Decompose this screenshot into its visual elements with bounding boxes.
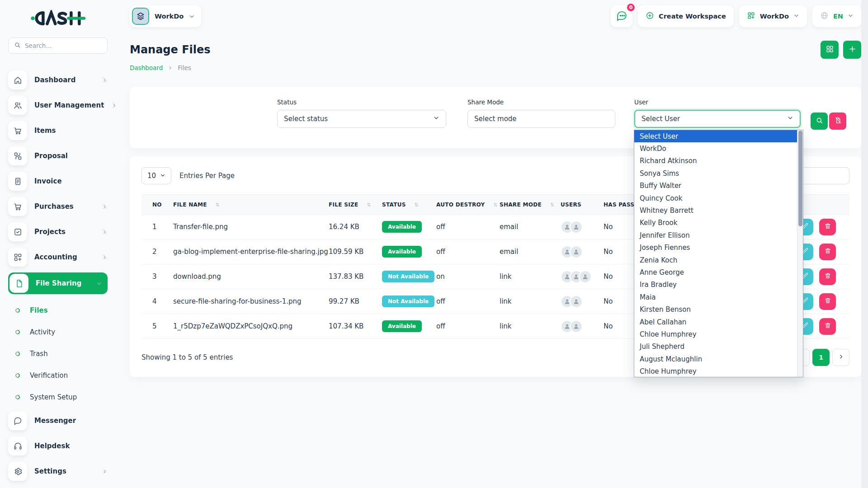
pagination-next-button[interactable]	[832, 349, 849, 366]
cell-users	[561, 289, 604, 314]
grid-view-button[interactable]	[821, 41, 839, 59]
chevron-right-icon	[111, 103, 117, 108]
sort-icon[interactable]: ⇅	[550, 202, 554, 208]
cell-no: 1	[142, 215, 173, 239]
sidebar: Search... Dashboard User Management Item…	[0, 0, 116, 488]
sidebar-item-projects[interactable]: Projects	[8, 222, 108, 242]
user-option[interactable]: Whitney Barrett	[634, 204, 797, 216]
sidebar-item-helpdesk[interactable]: Helpdesk	[8, 436, 108, 456]
sidebar-item-settings[interactable]: Settings	[8, 461, 108, 481]
apply-filter-button[interactable]	[811, 113, 828, 130]
workspace-logo-icon	[132, 8, 149, 25]
cell-status: Available	[382, 239, 436, 264]
create-workspace-button[interactable]: Create Workspace	[638, 5, 734, 27]
sidebar-item-file-sharing[interactable]: File Sharing	[8, 272, 108, 294]
column-header-share-mode[interactable]: SHARE MODE ⇅	[500, 195, 561, 215]
status-filter-value: Select status	[284, 115, 328, 123]
chevron-down-icon	[793, 13, 799, 20]
user-option[interactable]: Buffy Walter	[634, 180, 797, 192]
submenu-item-system-setup[interactable]: System Setup	[15, 386, 108, 408]
sidebar-item-dashboard[interactable]: Dashboard	[8, 70, 108, 90]
share-mode-filter-select[interactable]: Select mode	[467, 110, 615, 128]
submenu-item-trash[interactable]: Trash	[15, 343, 108, 365]
cell-file-size: 16.24 KB	[329, 215, 382, 239]
user-filter-select[interactable]: Select User	[634, 110, 801, 128]
sort-icon[interactable]: ⇅	[493, 202, 498, 208]
submenu-item-files[interactable]: Files	[15, 300, 108, 321]
user-option[interactable]: Select User	[634, 130, 797, 142]
user-option[interactable]: Juli Shepherd	[634, 341, 797, 353]
user-option[interactable]: Richard Atkinson	[634, 155, 797, 167]
grid-icon	[826, 45, 834, 55]
sort-icon[interactable]: ⇅	[215, 202, 220, 208]
column-header-file-size[interactable]: FILE SIZE ⇅	[329, 195, 382, 215]
chevron-right-icon	[102, 77, 108, 83]
column-header-file-name[interactable]: FILE NAME ⇅	[173, 195, 329, 215]
dropdown-scrollbar-thumb[interactable]	[798, 131, 802, 226]
trash-icon	[824, 247, 831, 256]
pagination-page-1[interactable]: 1	[812, 349, 830, 366]
chat-bubble-icon	[616, 10, 627, 23]
sidebar-item-proposal[interactable]: Proposal	[8, 146, 108, 166]
status-filter-select[interactable]: Select status	[277, 110, 446, 128]
language-selector[interactable]: EN	[812, 5, 861, 27]
sidebar-item-messenger[interactable]: Messenger	[8, 411, 108, 431]
user-avatar	[570, 295, 583, 308]
sort-icon[interactable]: ⇅	[367, 202, 371, 208]
reset-filter-button[interactable]	[829, 113, 846, 130]
user-option[interactable]: Joseph Fiennes	[634, 242, 797, 254]
user-option[interactable]: Maia	[634, 291, 797, 303]
user-option[interactable]: Chloe Humphrey	[634, 328, 797, 340]
column-header-status[interactable]: STATUS ⇅	[382, 195, 436, 215]
brand-logo[interactable]	[30, 10, 108, 28]
sidebar-item-label: Helpdesk	[34, 442, 108, 450]
page-scrollbar[interactable]	[861, 0, 868, 488]
user-option[interactable]: WorkDo	[634, 142, 797, 155]
submenu-item-activity[interactable]: Activity	[15, 321, 108, 343]
delete-file-button[interactable]	[819, 244, 836, 260]
user-option[interactable]: Sonya Sims	[634, 167, 797, 179]
entries-per-page-label: Entries Per Page	[179, 172, 235, 180]
sort-icon[interactable]: ⇅	[414, 202, 419, 208]
user-option[interactable]: Abel Callahan	[634, 316, 797, 328]
breadcrumb-dashboard-link[interactable]: Dashboard	[130, 64, 163, 71]
submenu-item-verification[interactable]: Verification	[15, 365, 108, 386]
workspace-menu-button[interactable]: WorkDo	[739, 5, 807, 27]
sidebar-item-user-management[interactable]: User Management	[8, 95, 108, 115]
add-file-button[interactable]	[843, 41, 861, 59]
delete-file-button[interactable]	[819, 268, 836, 285]
user-option[interactable]: Kelly Brook	[634, 217, 797, 229]
workspace-chip[interactable]: WorkDo	[130, 5, 201, 27]
cell-auto-destroy: off	[436, 239, 500, 264]
user-option[interactable]: Kirsten Benson	[634, 303, 797, 315]
user-option[interactable]: Chloe Humphrey	[634, 365, 797, 377]
messages-button[interactable]: 0	[611, 5, 632, 27]
user-option[interactable]: Jennifer Ellison	[634, 229, 797, 241]
user-option[interactable]: Quincy Cook	[634, 192, 797, 204]
dropdown-scrollbar[interactable]	[797, 130, 803, 377]
sidebar-item-invoice[interactable]: Invoice	[8, 171, 108, 191]
workspace-chip-label: WorkDo	[155, 13, 184, 20]
sidebar-item-label: Accounting	[34, 253, 94, 261]
column-header-auto-destroy[interactable]: AUTO DESTROY ⇅	[436, 195, 500, 215]
user-avatar	[579, 270, 592, 283]
sidebar-item-items[interactable]: Items	[8, 121, 108, 141]
delete-file-button[interactable]	[819, 293, 836, 310]
workspace-menu-label: WorkDo	[760, 13, 789, 20]
cell-status: Not Available	[382, 264, 436, 289]
user-option[interactable]: August Mclaughlin	[634, 353, 797, 365]
submenu-item-label: System Setup	[30, 393, 77, 401]
delete-file-button[interactable]	[819, 318, 836, 335]
user-option[interactable]: Zenia Koch	[634, 254, 797, 266]
sidebar-item-accounting[interactable]: Accounting	[8, 247, 108, 267]
sidebar-search[interactable]: Search...	[8, 38, 108, 54]
user-option[interactable]: Ira Bradley	[634, 279, 797, 291]
proposal-icon	[8, 146, 27, 165]
submenu-item-label: Verification	[30, 371, 68, 380]
entries-per-page-select[interactable]: 10	[142, 167, 171, 184]
delete-file-button[interactable]	[819, 219, 836, 235]
cell-file-size: 137.83 KB	[329, 264, 382, 289]
sidebar-item-label: Proposal	[34, 152, 108, 160]
sidebar-item-purchases[interactable]: Purchases	[8, 197, 108, 216]
user-option[interactable]: Anne George	[634, 266, 797, 278]
